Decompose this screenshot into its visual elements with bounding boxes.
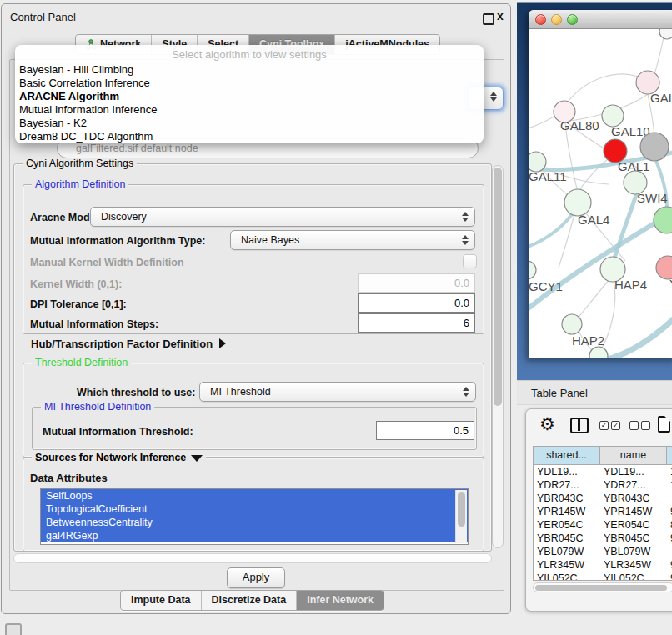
zoom-window-button[interactable] [567,14,578,25]
data-attribute-item[interactable]: BetweennessCentrality [41,516,468,529]
which-threshold-combo[interactable]: MI Threshold [199,382,476,402]
table-cell: 9. [667,532,672,545]
tab-discretize-data[interactable]: Discretize Data [201,591,297,610]
sources-toggle[interactable]: Sources for Network Inference [32,452,206,463]
table-row[interactable]: YDL19...YDL19...13 [534,465,672,478]
table-browser-window: ⚙ ✓ ✓ shared...nameAYDL19...YDL19...13YD… [525,408,672,612]
mi-type-combo[interactable]: Naive Bayes [230,230,475,250]
data-attributes-list[interactable]: SelfLoopsTopologicalCoefficientBetweenne… [40,488,469,545]
aracne-mode-label: Aracne Mode: [30,212,99,223]
table-cell: YPR145W [600,505,667,518]
column-header-name[interactable]: name [600,447,667,465]
table-cell: YBR043C [534,492,600,505]
checkbox-unchecked-icon[interactable] [641,421,650,430]
table-cell: 8. [667,518,672,532]
network-edge[interactable] [565,122,578,192]
floating-panel-chip[interactable] [5,623,22,635]
network-node[interactable] [659,29,672,39]
float-panel-icon[interactable] [483,13,494,25]
mi-steps-input[interactable] [358,313,475,332]
network-canvas[interactable]: GALGAL80GAL10GAL1GAL11SWI4GAL4GCY1HAP4YH… [529,29,672,358]
close-window-button[interactable] [535,14,546,25]
tab-label: Discretize Data [212,591,287,610]
tab-impute-data[interactable]: Impute Data [121,591,201,610]
data-attribute-item[interactable]: SelfLoops [41,489,468,502]
settings-scroll-thumb[interactable] [494,168,502,406]
mi-type-value: Naive Bayes [241,234,299,246]
table-row[interactable]: YLR345WYLR345W9. [534,558,672,572]
column-header-shared[interactable]: shared... [534,447,600,465]
hub-definition-label: Hub/Transcription Factor Definition [31,338,213,350]
algorithm-dropdown-popup: Select algorithm to view settings Bayesi… [15,45,484,143]
cyni-bottom-tabs: Impute DataDiscretize DataInfer Network [120,590,384,611]
tab-infer-network[interactable]: Infer Network [296,591,384,610]
network-edge[interactable] [613,192,637,264]
node-label: HAP2 [572,333,604,348]
mi-threshold-input[interactable] [376,421,474,440]
table-cell: YDR27... [534,478,600,492]
data-attribute-item[interactable]: gal4RGexp [41,529,468,542]
table-cell: YBL079W [534,545,600,558]
new-table-icon[interactable] [658,416,670,432]
settings-hscrollbar[interactable] [13,553,492,563]
gear-icon[interactable]: ⚙ [539,414,555,434]
settings-scrollbar[interactable] [492,165,504,548]
algorithm-option-bayesian-hill-climbing[interactable]: Bayesian - Hill Climbing [15,63,484,77]
manual-kernel-checkbox [463,254,477,268]
network-node-gcy1[interactable] [529,261,536,279]
network-edge[interactable] [577,279,609,319]
data-attribute-item[interactable]: TopologicalCoefficient [41,502,468,516]
table-cell: YBR045C [600,532,667,545]
algorithm-option-mutual-information-inference[interactable]: Mutual Information Inference [15,103,484,117]
network-edge[interactable] [529,212,672,311]
table-row[interactable]: YBL079WYBL079W [534,545,672,558]
network-node[interactable] [654,207,672,233]
minimize-window-button[interactable] [551,14,562,25]
table-cell: YBR045C [534,532,600,545]
apply-button[interactable]: Apply [227,568,285,588]
network-node[interactable] [589,347,608,358]
table-row[interactable]: YPR145WYPR145W9. [534,505,672,518]
table-cell: 9. [667,505,672,518]
aracne-mode-combo[interactable]: Discovery [90,207,475,227]
network-node[interactable] [640,132,669,161]
algorithm-option-basic-correlation-inference[interactable]: Basic Correlation Inference [15,77,484,90]
table-hscrollbar[interactable] [533,582,672,592]
popup-placeholder: Select algorithm to view settings [15,48,484,63]
algorithm-option-bayesian-k2[interactable]: Bayesian - K2 [15,117,484,130]
network-edge[interactable] [566,74,640,104]
algorithm-option-aracne-algorithm[interactable]: ARACNE Algorithm [15,90,484,103]
which-threshold-label: Which threshold to use: [77,387,195,398]
checkbox-unchecked-icon[interactable] [629,421,639,430]
table-row[interactable]: YDR27...YDR27...12 [534,478,672,492]
node-label: GAL4 [578,212,609,227]
table-row[interactable]: YER054CYER054C8. [534,518,672,532]
table-row[interactable]: YBR043CYBR043C [534,492,672,505]
close-icon[interactable]: x [497,9,504,22]
network-edge[interactable] [529,116,555,129]
checkbox-checked-icon[interactable]: ✓ [599,421,609,430]
checkbox-checked-icon[interactable]: ✓ [611,421,620,430]
table-hscroll-thumb[interactable] [535,585,667,591]
aracne-mode-value: Discovery [101,211,147,222]
network-edge[interactable] [600,311,672,358]
column-header-a[interactable]: A [667,447,672,465]
mi-type-label: Mutual Information Algorithm Type: [30,235,205,247]
network-window-titlebar[interactable] [529,10,672,29]
table-cell [667,492,672,505]
table-cell: 9. [667,558,672,572]
table-row[interactable]: YIL052CYIL052C9. [534,572,672,581]
algorithm-option-dream8-dc-tdc-algorithm[interactable]: Dream8 DC_TDC Algorithm [15,130,484,143]
network-edge[interactable] [578,156,612,192]
column-browser-icon[interactable] [570,418,589,433]
table-row[interactable]: YBR045CYBR045C9. [534,532,672,545]
list-scrollbar[interactable] [455,490,467,543]
table-cell: YLR345W [600,558,667,572]
network-node-y[interactable] [656,256,672,279]
dpi-tolerance-input[interactable] [358,293,475,312]
list-scroll-thumb[interactable] [458,492,465,527]
spinner-arrows-icon [462,211,469,222]
table-cell: YDL19... [600,465,667,478]
hub-definition-toggle[interactable]: Hub/Transcription Factor Definition [31,338,226,350]
network-node-hap2[interactable] [562,314,582,334]
